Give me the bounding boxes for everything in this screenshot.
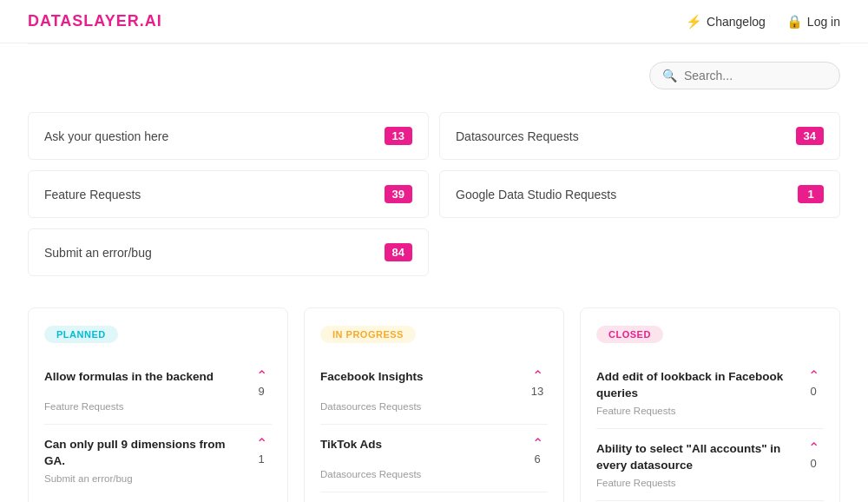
logo: DATASLAYER.AI bbox=[28, 12, 162, 30]
vote-count: 0 bbox=[810, 385, 816, 398]
category-item[interactable]: Datasources Requests 34 bbox=[439, 112, 840, 160]
kanban-card: Allow formulas in the backend ⌃ 9 Featur… bbox=[44, 357, 272, 425]
category-badge: 34 bbox=[796, 127, 824, 145]
header-nav: ⚡ Changelog 🔒 Log in bbox=[686, 14, 840, 30]
category-item[interactable]: Submit an error/bug 84 bbox=[28, 228, 429, 276]
category-badge: 39 bbox=[385, 185, 412, 203]
kanban-card: TikTok Ads ⌃ 6 Datasources Requests bbox=[320, 425, 548, 492]
card-header: Can only pull 9 dimensions from GA. ⌃ 1 bbox=[44, 437, 272, 470]
category-item[interactable]: Feature Requests 39 bbox=[28, 170, 429, 218]
login-label: Log in bbox=[807, 15, 840, 29]
card-vote: ⌃ 9 bbox=[251, 369, 272, 398]
kanban-card: Ability to select "All accounts" in ever… bbox=[596, 429, 824, 501]
card-category: Submit an error/bug bbox=[44, 473, 272, 484]
card-title: Ability to select "All accounts" in ever… bbox=[596, 441, 796, 474]
card-header: Add edit of lookback in Facebook queries… bbox=[596, 369, 824, 402]
kanban-tag: CLOSED bbox=[596, 326, 663, 343]
kanban-card: Bing Refresh ⌃ 1 Submit an error/bug bbox=[320, 492, 548, 502]
category-label: Ask your question here bbox=[44, 129, 168, 143]
category-badge: 13 bbox=[385, 127, 412, 145]
card-title: TikTok Ads bbox=[320, 437, 520, 453]
card-category: Feature Requests bbox=[44, 401, 272, 412]
card-vote: ⌃ 0 bbox=[803, 441, 824, 470]
kanban-card: Facebook Insights ⌃ 13 Datasources Reque… bbox=[320, 357, 548, 425]
card-vote: ⌃ 13 bbox=[527, 369, 548, 398]
category-badge: 1 bbox=[798, 185, 824, 203]
kanban-board: PLANNED Allow formulas in the backend ⌃ … bbox=[0, 290, 868, 502]
kanban-column: CLOSED Add edit of lookback in Facebook … bbox=[580, 307, 840, 502]
kanban-column: PLANNED Allow formulas in the backend ⌃ … bbox=[28, 307, 288, 502]
card-header: Facebook Insights ⌃ 13 bbox=[320, 369, 548, 398]
changelog-button[interactable]: ⚡ Changelog bbox=[686, 14, 766, 30]
card-header: Allow formulas in the backend ⌃ 9 bbox=[44, 369, 272, 398]
card-header: TikTok Ads ⌃ 6 bbox=[320, 437, 548, 466]
category-item[interactable]: Google Data Studio Requests 1 bbox=[439, 170, 840, 218]
changelog-label: Changelog bbox=[707, 15, 766, 29]
search-input[interactable] bbox=[684, 69, 827, 83]
category-label: Submit an error/bug bbox=[44, 246, 152, 260]
card-vote: ⌃ 1 bbox=[251, 437, 272, 466]
category-badge: 84 bbox=[385, 243, 412, 261]
card-vote: ⌃ 0 bbox=[803, 369, 824, 398]
card-title: Can only pull 9 dimensions from GA. bbox=[44, 437, 244, 470]
kanban-card: Can only pull 9 dimensions from GA. ⌃ 1 … bbox=[44, 425, 272, 496]
upvote-button[interactable]: ⌃ bbox=[808, 369, 819, 383]
category-grid: Ask your question here 13 Datasources Re… bbox=[0, 98, 868, 290]
card-title: Add edit of lookback in Facebook queries bbox=[596, 369, 796, 402]
card-category: Feature Requests bbox=[596, 478, 824, 488]
kanban-card: Add edit of lookback in Facebook queries… bbox=[596, 357, 824, 429]
category-label: Google Data Studio Requests bbox=[456, 188, 616, 201]
vote-count: 9 bbox=[258, 385, 264, 398]
card-category: Datasources Requests bbox=[320, 401, 548, 412]
login-button[interactable]: 🔒 Log in bbox=[786, 14, 840, 30]
card-header: Ability to select "All accounts" in ever… bbox=[596, 441, 824, 474]
vote-count: 0 bbox=[810, 457, 816, 470]
category-label: Datasources Requests bbox=[456, 129, 579, 143]
category-item[interactable]: Ask your question here 13 bbox=[28, 112, 429, 160]
card-title: Facebook Insights bbox=[320, 369, 520, 386]
kanban-tag: PLANNED bbox=[44, 326, 118, 343]
upvote-button[interactable]: ⌃ bbox=[808, 441, 819, 455]
card-category: Feature Requests bbox=[596, 406, 824, 416]
card-vote: ⌃ 6 bbox=[527, 437, 548, 466]
kanban-tag: IN PROGRESS bbox=[320, 326, 416, 343]
vote-count: 13 bbox=[531, 385, 543, 398]
bolt-icon: ⚡ bbox=[686, 14, 702, 30]
upvote-button[interactable]: ⌃ bbox=[256, 437, 267, 451]
category-label: Feature Requests bbox=[44, 188, 141, 201]
card-title: Allow formulas in the backend bbox=[44, 369, 244, 386]
search-icon: 🔍 bbox=[662, 69, 677, 83]
search-box: 🔍 bbox=[649, 62, 840, 89]
lock-icon: 🔒 bbox=[786, 14, 803, 30]
card-category: Datasources Requests bbox=[320, 469, 548, 479]
upvote-button[interactable]: ⌃ bbox=[532, 437, 543, 451]
upvote-button[interactable]: ⌃ bbox=[256, 369, 267, 383]
vote-count: 6 bbox=[534, 452, 540, 466]
header: DATASLAYER.AI ⚡ Changelog 🔒 Log in bbox=[0, 0, 868, 43]
vote-count: 1 bbox=[258, 452, 264, 466]
upvote-button[interactable]: ⌃ bbox=[532, 369, 543, 383]
search-container: 🔍 bbox=[0, 44, 868, 98]
kanban-column: IN PROGRESS Facebook Insights ⌃ 13 Datas… bbox=[304, 307, 564, 502]
